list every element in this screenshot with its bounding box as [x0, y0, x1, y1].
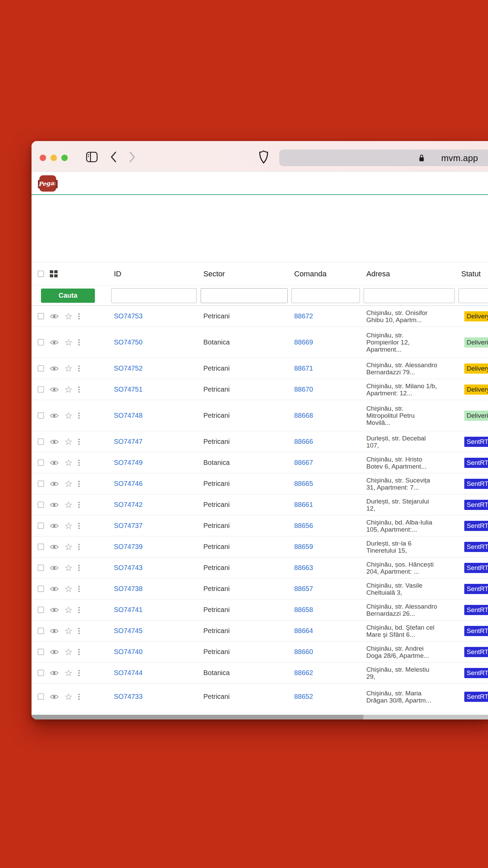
order-id-link[interactable]: SO74746 [114, 480, 143, 487]
row-checkbox[interactable] [38, 365, 44, 372]
view-eye-icon[interactable] [50, 565, 59, 571]
column-header-statut[interactable]: Statut [459, 270, 488, 278]
order-id-link[interactable]: SO74743 [114, 564, 143, 571]
comanda-link[interactable]: 88662 [294, 669, 313, 676]
view-eye-icon[interactable] [50, 670, 59, 676]
favorite-star-icon[interactable]: ☆ [64, 412, 73, 419]
view-eye-icon[interactable] [50, 586, 59, 592]
favorite-star-icon[interactable]: ☆ [64, 585, 73, 593]
comanda-link[interactable]: 88663 [294, 564, 313, 571]
row-menu-icon[interactable] [78, 460, 80, 466]
order-id-link[interactable]: SO74741 [114, 606, 143, 613]
horizontal-scrollbar[interactable] [32, 715, 488, 719]
row-checkbox[interactable] [38, 649, 44, 655]
comanda-link[interactable]: 88658 [294, 606, 313, 613]
view-eye-icon[interactable] [50, 523, 59, 529]
favorite-star-icon[interactable]: ☆ [64, 459, 73, 467]
order-id-link[interactable]: SO74733 [114, 693, 143, 700]
favorite-star-icon[interactable]: ☆ [64, 627, 73, 635]
row-menu-icon[interactable] [78, 544, 80, 550]
row-checkbox[interactable] [38, 339, 44, 346]
row-menu-icon[interactable] [78, 439, 80, 445]
order-id-link[interactable]: SO74744 [114, 669, 143, 676]
row-menu-icon[interactable] [78, 481, 80, 487]
order-id-link[interactable]: SO74747 [114, 438, 143, 445]
view-eye-icon[interactable] [50, 460, 59, 466]
order-id-link[interactable]: SO74740 [114, 648, 143, 655]
favorite-star-icon[interactable]: ☆ [64, 564, 73, 572]
back-icon[interactable] [109, 151, 118, 163]
row-menu-icon[interactable] [78, 366, 80, 372]
row-checkbox[interactable] [38, 607, 44, 613]
comanda-link[interactable]: 88669 [294, 338, 313, 346]
row-menu-icon[interactable] [78, 694, 80, 700]
view-eye-icon[interactable] [50, 339, 59, 346]
comanda-link[interactable]: 88672 [294, 312, 313, 320]
comanda-link[interactable]: 88670 [294, 386, 313, 393]
order-id-link[interactable]: SO74748 [114, 412, 143, 419]
favorite-star-icon[interactable]: ☆ [64, 386, 73, 393]
favorite-star-icon[interactable]: ☆ [64, 606, 73, 614]
column-header-comanda[interactable]: Comanda [291, 270, 364, 278]
favorite-star-icon[interactable]: ☆ [64, 365, 73, 372]
row-menu-icon[interactable] [78, 523, 80, 529]
row-menu-icon[interactable] [78, 502, 80, 508]
filter-statut-input[interactable] [459, 288, 488, 303]
order-id-link[interactable]: SO74737 [114, 522, 143, 529]
view-eye-icon[interactable] [50, 387, 59, 393]
favorite-star-icon[interactable]: ☆ [64, 339, 73, 346]
close-button[interactable] [40, 155, 46, 161]
row-checkbox[interactable] [38, 438, 44, 445]
row-menu-icon[interactable] [78, 387, 80, 393]
row-checkbox[interactable] [38, 412, 44, 419]
row-checkbox[interactable] [38, 522, 44, 529]
row-checkbox[interactable] [38, 693, 44, 700]
filter-comanda-input[interactable] [291, 288, 360, 303]
row-checkbox[interactable] [38, 586, 44, 592]
brand-logo[interactable]: Pegas [39, 175, 56, 192]
comanda-link[interactable]: 88661 [294, 501, 313, 508]
order-id-link[interactable]: SO74749 [114, 459, 143, 466]
search-button[interactable]: Cauta [41, 289, 95, 303]
order-id-link[interactable]: SO74753 [114, 312, 143, 320]
row-checkbox[interactable] [38, 459, 44, 466]
view-eye-icon[interactable] [50, 481, 59, 487]
row-menu-icon[interactable] [78, 339, 80, 346]
row-checkbox[interactable] [38, 386, 44, 393]
column-header-sector[interactable]: Sector [201, 270, 291, 278]
shield-icon[interactable] [259, 150, 268, 164]
scrollbar-thumb[interactable] [32, 715, 363, 719]
favorite-star-icon[interactable]: ☆ [64, 693, 73, 701]
order-id-link[interactable]: SO74750 [114, 338, 143, 346]
view-eye-icon[interactable] [50, 439, 59, 445]
view-eye-icon[interactable] [50, 502, 59, 508]
order-id-link[interactable]: SO74739 [114, 543, 143, 550]
forward-icon[interactable] [128, 151, 136, 163]
row-menu-icon[interactable] [78, 413, 80, 419]
row-menu-icon[interactable] [78, 649, 80, 655]
favorite-star-icon[interactable]: ☆ [64, 522, 73, 530]
filter-id-input[interactable] [111, 288, 197, 303]
order-id-link[interactable]: SO74745 [114, 627, 143, 634]
row-menu-icon[interactable] [78, 607, 80, 613]
favorite-star-icon[interactable]: ☆ [64, 501, 73, 509]
favorite-star-icon[interactable]: ☆ [64, 648, 73, 656]
comanda-link[interactable]: 88659 [294, 543, 313, 550]
comanda-link[interactable]: 88657 [294, 585, 313, 592]
view-eye-icon[interactable] [50, 607, 59, 613]
filter-sector-input[interactable] [201, 288, 288, 303]
view-eye-icon[interactable] [50, 628, 59, 634]
favorite-star-icon[interactable]: ☆ [64, 438, 73, 446]
row-checkbox[interactable] [38, 628, 44, 634]
view-eye-icon[interactable] [50, 366, 59, 372]
order-id-link[interactable]: SO74751 [114, 386, 143, 393]
sidebar-icon[interactable] [86, 151, 98, 163]
minimize-button[interactable] [50, 155, 57, 161]
comanda-link[interactable]: 88666 [294, 438, 313, 445]
favorite-star-icon[interactable]: ☆ [64, 543, 73, 551]
row-checkbox[interactable] [38, 565, 44, 571]
favorite-star-icon[interactable]: ☆ [64, 480, 73, 488]
row-menu-icon[interactable] [78, 565, 80, 571]
order-id-link[interactable]: SO74752 [114, 364, 143, 372]
row-menu-icon[interactable] [78, 586, 80, 592]
